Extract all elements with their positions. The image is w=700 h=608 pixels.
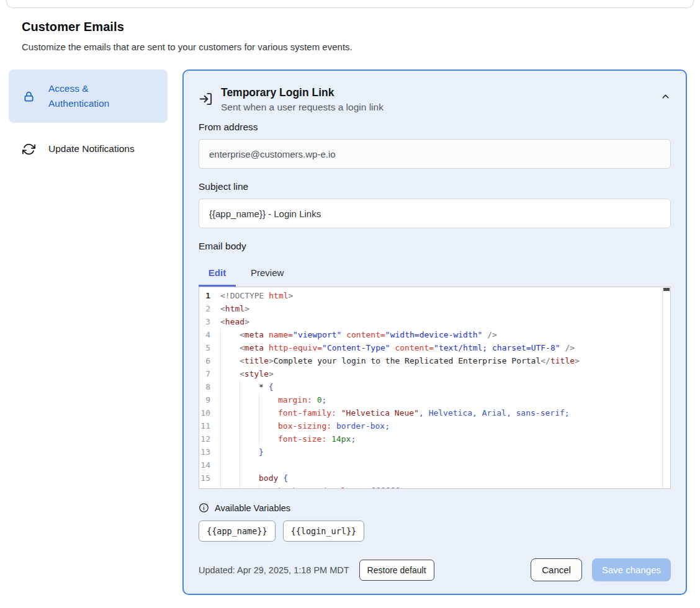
code-line: 2<html> (199, 302, 670, 315)
panel-title: Temporary Login Link (221, 86, 652, 99)
temporary-login-link-panel: Temporary Login Link Sent when a user re… (182, 69, 687, 595)
scrollbar-thumb[interactable] (663, 288, 670, 291)
code-line: 9margin: 0; (199, 393, 670, 406)
code-line: 6<title>Complete your login to the Repli… (199, 354, 670, 367)
email-body-label: Email body (199, 241, 671, 252)
available-variables-row: Available Variables (199, 503, 671, 513)
subject-line-input[interactable] (199, 199, 671, 228)
indent-guide (220, 472, 240, 485)
tab-preview[interactable]: Preview (251, 261, 284, 287)
lock-icon (22, 90, 35, 103)
chevron-up-icon (660, 91, 671, 104)
info-icon (199, 503, 209, 513)
variable-chips: {{app_name}} {{login_url}} (199, 521, 671, 542)
code-text: <meta http-equiv="Content-Type" content=… (220, 341, 575, 354)
panel-footer: Updated: Apr 29, 2025, 1:18 PM MDT Resto… (199, 558, 671, 581)
variable-chip-app-name[interactable]: {{app_name}} (199, 521, 276, 542)
code-line: 1<!DOCTYPE html> (199, 289, 670, 302)
sidebar-item-access-authentication[interactable]: Access & Authentication (9, 69, 168, 123)
editor-tabs: Edit Preview (199, 261, 671, 287)
from-address-input[interactable] (199, 139, 671, 169)
indent-guide (220, 380, 240, 393)
restore-default-button[interactable]: Restore default (359, 560, 434, 581)
email-body-code-editor[interactable]: 1<!DOCTYPE html>2<html>3<head>4<meta nam… (199, 287, 671, 489)
code-text: <style> (220, 367, 274, 380)
line-number: 13 (199, 445, 220, 458)
code-text: <head> (220, 315, 249, 328)
code-text: <!DOCTYPE html> (220, 289, 293, 302)
indent-guide (220, 485, 240, 489)
indent-guide (220, 367, 240, 380)
line-number: 15 (199, 472, 220, 485)
code-line: 5<meta http-equiv="Content-Type" content… (199, 341, 670, 354)
line-number: 10 (199, 406, 220, 419)
code-text: <html> (220, 302, 249, 315)
line-number: 8 (199, 380, 220, 393)
indent-guide (240, 432, 259, 445)
indent-guide (220, 328, 240, 341)
code-line: 3<head> (199, 315, 670, 328)
updated-timestamp: Updated: Apr 29, 2025, 1:18 PM MDT (199, 565, 349, 575)
code-line: 10font-family: "Helvetica Neue", Helveti… (199, 406, 670, 419)
sidebar-item-label: Access & Authentication (48, 81, 141, 111)
indent-guide (240, 406, 259, 419)
code-line: 13} (199, 445, 670, 458)
page-header: Customer Emails Customize the emails tha… (22, 20, 678, 52)
panel-header: Temporary Login Link Sent when a user re… (199, 85, 671, 113)
sidebar-item-label: Update Notifications (48, 141, 135, 156)
cancel-button[interactable]: Cancel (531, 558, 582, 581)
panel-titles: Temporary Login Link Sent when a user re… (221, 85, 652, 113)
indent-guide (259, 432, 278, 445)
indent-guide (240, 380, 259, 393)
page-title: Customer Emails (22, 20, 678, 34)
line-number: 11 (199, 419, 220, 432)
line-number: 1 (199, 289, 220, 302)
indent-guide (220, 458, 240, 472)
indent-guide (240, 393, 259, 406)
email-types-sidebar: Access & Authentication Update Notificat… (9, 69, 168, 164)
save-changes-button[interactable]: Save changes (592, 558, 671, 581)
refresh-icon (22, 143, 35, 156)
code-text: body { (220, 472, 288, 485)
collapse-panel-button[interactable] (660, 91, 671, 104)
indent-guide (220, 432, 240, 445)
indent-guide (240, 458, 259, 472)
tab-edit[interactable]: Edit (199, 261, 236, 287)
line-number: 12 (199, 432, 220, 445)
line-number: 16 (199, 485, 220, 489)
line-number: 7 (199, 367, 220, 380)
from-address-label: From address (199, 122, 671, 133)
code-lines: 1<!DOCTYPE html>2<html>3<head>4<meta nam… (199, 287, 670, 489)
code-text: background-color: #ffffff; (220, 485, 405, 489)
code-text (220, 458, 259, 472)
subject-line-label: Subject line (199, 181, 671, 192)
indent-guide (259, 419, 278, 432)
editor-vertical-scrollbar[interactable] (662, 287, 670, 488)
code-text: font-size: 14px; (220, 432, 356, 445)
code-text: <meta name="viewport" content="width=dev… (220, 328, 497, 341)
sidebar-item-update-notifications[interactable]: Update Notifications (9, 133, 168, 164)
code-line: 15body { (199, 472, 670, 485)
line-number: 2 (199, 302, 220, 315)
variable-chip-login-url[interactable]: {{login_url}} (283, 521, 365, 542)
code-line: 14 (199, 458, 670, 472)
code-text: * { (220, 380, 273, 393)
indent-guide (220, 393, 240, 406)
line-number: 14 (199, 458, 220, 472)
line-number: 9 (199, 393, 220, 406)
code-line: 11box-sizing: border-box; (199, 419, 670, 432)
indent-guide (259, 393, 278, 406)
indent-guide (259, 406, 278, 419)
line-number: 5 (199, 341, 220, 354)
code-line: 4<meta name="viewport" content="width=de… (199, 328, 670, 341)
indent-guide (240, 485, 259, 489)
panel-subtitle: Sent when a user requests a login link (221, 102, 652, 113)
previous-card-bottom-edge (6, 0, 694, 8)
code-text: font-family: "Helvetica Neue", Helvetica… (220, 406, 570, 419)
code-text: <title>Complete your login to the Replic… (220, 354, 580, 367)
page-description: Customize the emails that are sent to yo… (22, 42, 678, 52)
indent-guide (220, 341, 240, 354)
code-text: } (220, 445, 264, 458)
available-variables-label: Available Variables (215, 503, 290, 513)
indent-guide (240, 419, 259, 432)
